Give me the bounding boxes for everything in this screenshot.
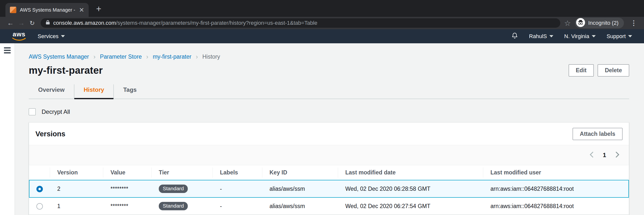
delete-button[interactable]: Delete <box>598 64 629 76</box>
aws-logo[interactable]: aws <box>12 31 26 41</box>
table-header-row: Version Value Tier Labels Key ID Last mo… <box>29 165 629 180</box>
tier-badge: Standard <box>159 202 188 210</box>
versions-card: Versions Attach labels 1 <box>29 122 629 215</box>
browser-menu-icon[interactable]: ⋮ <box>630 19 637 27</box>
column-last-modified-user: Last modified user <box>483 165 629 180</box>
incognito-badge: Incognito (2) <box>575 17 624 28</box>
tab-history[interactable]: History <box>74 84 114 99</box>
cell-labels: - <box>212 198 262 215</box>
url-bar[interactable]: console.aws.amazon.com/systems-manager/p… <box>40 18 560 28</box>
url-domain: console.aws.amazon.com <box>53 20 116 26</box>
tier-badge: Standard <box>159 185 188 193</box>
notifications-bell-icon[interactable] <box>511 32 518 40</box>
chevron-down-icon <box>628 35 632 37</box>
breadcrumb-separator-icon: › <box>94 53 95 60</box>
breadcrumb-parameter-name[interactable]: my-first-parater <box>153 53 192 60</box>
support-menu[interactable]: Support <box>606 33 632 40</box>
column-key-id: Key ID <box>262 165 338 180</box>
column-last-modified-date: Last modified date <box>338 165 483 180</box>
region-menu[interactable]: N. Virginia <box>564 33 596 40</box>
detail-tabs: Overview History Tags <box>29 84 629 99</box>
lock-icon <box>46 20 50 26</box>
chevron-down-icon <box>61 35 65 37</box>
decrypt-all-label: Decrypt All <box>42 108 70 115</box>
versions-table: Version Value Tier Labels Key ID Last mo… <box>29 165 629 215</box>
breadcrumb-current: History <box>202 53 220 60</box>
account-label: RahulS <box>529 33 547 40</box>
column-tier: Tier <box>151 165 212 180</box>
tab-tags[interactable]: Tags <box>114 84 146 99</box>
aws-smile-icon <box>12 37 26 41</box>
page-title: my-first-parater <box>29 65 103 76</box>
table-row: 2 ******** Standard - alias/aws/ssm Wed,… <box>29 180 629 198</box>
back-icon[interactable]: ← <box>5 20 16 26</box>
breadcrumb-parameter-store[interactable]: Parameter Store <box>100 53 142 60</box>
cell-value: ******** <box>103 180 151 198</box>
cell-version: 2 <box>50 180 103 198</box>
cell-value: ******** <box>103 198 151 215</box>
cell-last-modified-user: arn:aws:iam::064827688814:root <box>483 180 629 198</box>
bookmark-star-icon[interactable]: ☆ <box>564 19 571 27</box>
cell-key-id: alias/aws/ssm <box>262 180 338 198</box>
browser-toolbar: ← → ↻ console.aws.amazon.com/systems-man… <box>0 17 644 29</box>
breadcrumb-systems-manager[interactable]: AWS Systems Manager <box>29 53 89 60</box>
version-radio-selected[interactable] <box>36 186 43 192</box>
decrypt-all-checkbox[interactable] <box>29 108 36 115</box>
browser-tab-title: AWS Systems Manager - Param <box>20 7 75 13</box>
breadcrumb-separator-icon: › <box>146 53 148 60</box>
pagination-current-page[interactable]: 1 <box>603 152 606 159</box>
forward-icon[interactable]: → <box>16 20 27 26</box>
edit-button[interactable]: Edit <box>569 64 594 76</box>
cell-last-modified-date: Wed, 02 Dec 2020 06:27:54 GMT <box>338 198 483 215</box>
incognito-label: Incognito (2) <box>588 20 618 26</box>
region-label: N. Virginia <box>564 33 589 40</box>
attach-labels-button[interactable]: Attach labels <box>573 128 622 140</box>
aws-top-nav: aws Services RahulS N. Virginia Support <box>0 29 644 43</box>
reload-icon[interactable]: ↻ <box>27 20 38 26</box>
breadcrumb-separator-icon: › <box>196 53 198 60</box>
url-path: /systems-manager/parameters/my-first-par… <box>116 20 317 26</box>
services-label: Services <box>38 33 58 40</box>
cell-key-id: alias/aws/ssm <box>262 198 338 215</box>
breadcrumb: AWS Systems Manager › Parameter Store › … <box>29 53 629 60</box>
new-tab-icon[interactable]: + <box>96 4 101 13</box>
aws-favicon-icon <box>10 7 16 13</box>
account-menu[interactable]: RahulS <box>529 33 553 40</box>
left-rail <box>0 43 15 215</box>
chevron-down-icon <box>550 35 553 37</box>
browser-tab-strip: AWS Systems Manager - Param ✕ + <box>0 0 644 17</box>
main-panel: AWS Systems Manager › Parameter Store › … <box>15 43 644 215</box>
tab-overview[interactable]: Overview <box>29 84 74 99</box>
column-labels: Labels <box>212 165 262 180</box>
version-radio[interactable] <box>36 203 43 210</box>
cell-last-modified-date: Wed, 02 Dec 2020 06:28:58 GMT <box>338 180 483 198</box>
pagination-next-icon[interactable] <box>615 151 620 159</box>
table-row: 1 ******** Standard - alias/aws/ssm Wed,… <box>29 198 629 215</box>
aws-logo-text: aws <box>13 31 26 37</box>
services-menu[interactable]: Services <box>38 33 65 40</box>
column-select <box>29 165 50 180</box>
console-content: AWS Systems Manager › Parameter Store › … <box>0 43 644 215</box>
screen: AWS Systems Manager - Param ✕ + ← → ↻ co… <box>0 0 644 215</box>
cell-last-modified-user: arn:aws:iam::064827688814:root <box>483 198 629 215</box>
tab-close-icon[interactable]: ✕ <box>78 7 85 13</box>
incognito-icon <box>576 18 585 28</box>
chevron-down-icon <box>592 35 596 37</box>
column-value: Value <box>103 165 151 180</box>
column-version: Version <box>50 165 103 180</box>
support-label: Support <box>606 33 626 40</box>
versions-title: Versions <box>36 130 66 138</box>
pagination: 1 <box>29 145 629 165</box>
cell-labels: - <box>212 180 262 198</box>
hamburger-menu-icon[interactable] <box>4 47 11 53</box>
cell-version: 1 <box>50 198 103 215</box>
pagination-prev-icon[interactable] <box>589 151 594 159</box>
browser-tab[interactable]: AWS Systems Manager - Param ✕ <box>6 3 89 17</box>
